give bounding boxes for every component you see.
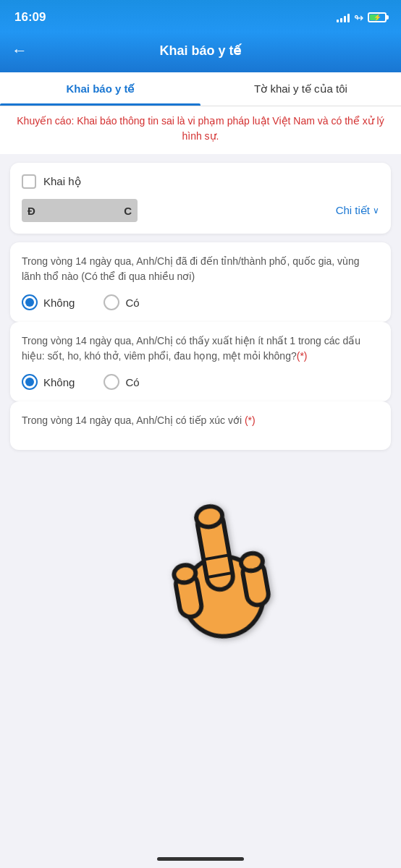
question2-card: Trong vòng 14 ngày qua, Anh/Chị có thấy …	[10, 322, 391, 401]
radio-khong-circle[interactable]	[22, 294, 38, 310]
cards-wrapper: Trong vòng 14 ngày qua, Anh/Chị đã đi đế…	[10, 242, 391, 450]
status-bar: 16:09 ↬ ⚡	[0, 0, 401, 32]
back-button[interactable]: ←	[12, 41, 28, 60]
question1-co-label: Có	[125, 297, 139, 309]
svg-line-2	[205, 556, 228, 560]
question1-card: Trong vòng 14 ngày qua, Anh/Chị đã đi đế…	[10, 242, 391, 322]
radio-co-circle[interactable]	[104, 294, 119, 310]
question2-option-khong[interactable]: Không	[22, 374, 75, 390]
id-row: Đ C Chi tiết ∨	[22, 199, 379, 222]
svg-point-0	[177, 550, 269, 642]
svg-point-6	[173, 563, 198, 584]
question1-option-khong[interactable]: Không	[22, 294, 75, 310]
tab-khai-bao[interactable]: Khai báo y tế	[0, 72, 200, 106]
question2-co-label: Có	[125, 376, 139, 388]
svg-point-4	[195, 504, 224, 529]
question2-radio-group: Không Có	[22, 374, 379, 390]
status-time: 16:09	[14, 10, 46, 25]
svg-line-3	[208, 573, 232, 577]
khai-ho-row: Khai hộ	[22, 174, 379, 189]
signal-icon	[337, 12, 350, 22]
question1-radio-group: Không Có	[22, 294, 379, 310]
question2-khong-label: Không	[43, 376, 75, 388]
wifi-icon: ↬	[354, 11, 363, 25]
question1-option-co[interactable]: Có	[104, 294, 139, 310]
battery-icon: ⚡	[368, 12, 387, 22]
header: ← Khai báo y tế	[0, 32, 401, 72]
status-icons: ↬ ⚡	[337, 11, 387, 25]
id-prefix: Đ	[28, 205, 35, 217]
question1-text: Trong vòng 14 ngày qua, Anh/Chị đã đi đế…	[22, 254, 379, 284]
radio-khong-fill	[25, 298, 34, 307]
page-title: Khai báo y tế	[159, 43, 241, 59]
svg-rect-7	[241, 560, 270, 606]
q3-required-marker: (*)	[245, 414, 256, 426]
q2-radio-khong-circle[interactable]	[22, 374, 38, 390]
id-suffix: C	[124, 205, 132, 217]
khai-ho-card: Khai hộ Đ C Chi tiết ∨	[10, 163, 391, 234]
tabs-container: Khai báo y tế Tờ khai y tế của tôi	[0, 72, 401, 106]
question2-text: Trong vòng 14 ngày qua, Anh/Chị có thấy …	[22, 333, 379, 364]
hand-cursor-overlay	[142, 485, 299, 670]
svg-rect-1	[195, 509, 235, 592]
required-marker: (*)	[297, 350, 308, 362]
content-area: Khai hộ Đ C Chi tiết ∨	[0, 154, 401, 459]
warning-text: Khuyến cáo: Khai báo thông tin sai là vi…	[0, 106, 401, 154]
question1-khong-label: Không	[43, 297, 75, 309]
question2-option-co[interactable]: Có	[104, 374, 139, 390]
home-indicator	[157, 857, 244, 861]
question3-text: Trong vòng 14 ngày qua, Anh/Chị có tiếp …	[22, 413, 379, 428]
svg-point-8	[240, 552, 264, 573]
chevron-down-icon: ∨	[373, 205, 379, 216]
tab-to-khai[interactable]: Tờ khai y tế của tôi	[200, 72, 401, 106]
chi-tiet-button[interactable]: Chi tiết ∨	[336, 204, 379, 217]
khai-ho-checkbox[interactable]	[22, 174, 36, 189]
q2-radio-co-circle[interactable]	[104, 374, 119, 390]
khai-ho-label: Khai hộ	[43, 175, 81, 188]
q2-radio-khong-fill	[25, 378, 34, 386]
id-field: Đ C	[22, 199, 138, 222]
svg-rect-5	[174, 572, 203, 618]
question3-card: Trong vòng 14 ngày qua, Anh/Chị có tiếp …	[10, 401, 391, 450]
